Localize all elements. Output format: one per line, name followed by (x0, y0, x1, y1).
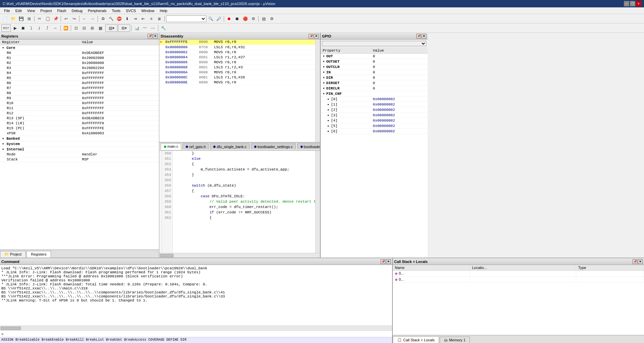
gpio-row[interactable]: ▾DIRCLR0 (321, 86, 428, 91)
tab-bootloader-settings[interactable]: ◆ bootloader_settings.c (251, 143, 296, 149)
tb-view1[interactable]: ▤ (260, 15, 267, 22)
gpio-close-btn[interactable]: ✕ (422, 34, 426, 39)
minimize-button[interactable]: ─ (624, 1, 629, 6)
reg-row[interactable]: xPSR0xA1000003 (0, 131, 159, 136)
command-hscroll-thumb[interactable] (1, 327, 21, 330)
reg-row[interactable]: R80xFFFFFFFF (0, 91, 159, 96)
disasm-row[interactable]: 0x000000020000MOVS r0,r0 (159, 50, 315, 55)
reg-row[interactable]: R00xDEADBEEF (0, 51, 159, 56)
reg-row[interactable]: R30x20002294 (0, 66, 159, 71)
callstack-tab-main[interactable]: 📋 Call Stack + Locals (393, 336, 439, 343)
gpio-row[interactable]: ▸[4]0x00000002 (321, 118, 428, 123)
menu-edit[interactable]: Edit (13, 8, 24, 13)
gpio-row[interactable]: ▾IN0 (321, 70, 428, 75)
tb2-more[interactable]: ⋯ (149, 24, 157, 32)
registers-close-btn[interactable]: ✕ (153, 34, 158, 39)
gpio-row[interactable]: ▾OUT0 (321, 54, 428, 59)
reg-row[interactable]: R50xFFFFFFFF (0, 76, 159, 81)
reg-row[interactable]: R14 (LR)0xFFFFFFF9 (0, 121, 159, 126)
tab-project[interactable]: 📁 Project (0, 251, 26, 258)
disasm-row[interactable]: 0x000000060000MOVS r0,r0 (159, 60, 315, 65)
registers-pin-btn[interactable]: 📌 (148, 34, 152, 39)
disassembly-content[interactable]: ➤0xFFFFFFFE0000MOVS r0,r00x0000000007C0L… (159, 40, 315, 142)
tb2-stop2[interactable]: ⏹ (19, 24, 27, 32)
menu-view[interactable]: View (24, 8, 38, 13)
gpio-pin-btn[interactable]: 📌 (416, 34, 421, 39)
tb2-cmd4[interactable]: ▦ (97, 24, 104, 32)
tb-indent3[interactable]: ≣ (156, 15, 163, 22)
reg-row[interactable]: R60xFFFFFFFF (0, 81, 159, 86)
tb-indent-less[interactable]: ⇤ (140, 15, 147, 22)
tb2-run2[interactable]: ⏩ (62, 24, 69, 32)
code-text[interactable]: } else { m_functions.activate = dfu_acti… (173, 151, 315, 253)
tb-build[interactable]: ⚙ (99, 15, 107, 22)
gpio-expand-icon[interactable]: ▾ (323, 54, 325, 58)
menu-project[interactable]: Project (38, 8, 54, 13)
tab-bootloader-types[interactable]: ◆ bootloader_types.h (297, 143, 320, 149)
tb-debug-run[interactable]: ⏺ (225, 15, 233, 22)
gpio-expand-icon[interactable]: ▾ (323, 65, 325, 69)
disassembly-pin-btn[interactable]: 📌 (309, 34, 313, 39)
gpio-content[interactable]: Property Value ▾OUT0▾OUTSET0▾OUTCLR0▾IN0… (321, 48, 428, 258)
callstack-row[interactable]: ◆0... (393, 277, 644, 283)
code-hscrollbar[interactable] (159, 253, 320, 258)
menu-svcs[interactable]: SVCS (123, 8, 139, 13)
gpio-expand-icon[interactable]: ▾ (323, 70, 325, 74)
reg-row[interactable]: R20x20000000 (0, 61, 159, 66)
menu-debug[interactable]: Debug (69, 8, 85, 13)
code-hscroll-thumb[interactable] (160, 254, 173, 257)
command-pin-btn[interactable]: 📌 (381, 259, 385, 264)
tb2-cmd1[interactable]: ⊡ (72, 24, 80, 32)
tab-dfu-single[interactable]: ◆ dfu_single_bank.c (210, 143, 250, 149)
gpio-row[interactable]: ▸[0]0x00000002 (321, 96, 428, 102)
gpio-row[interactable]: ▾DIRSET0 (321, 80, 428, 86)
gpio-filter-select[interactable] (322, 41, 426, 46)
tb2-cmd2[interactable]: ⊟ (80, 24, 88, 32)
tb-nav-fwd[interactable]: → (89, 15, 96, 22)
disasm-row[interactable]: 0x0000000800D1LSLS r1,r2,#3 (159, 65, 315, 70)
gpio-expand-icon2[interactable]: ▸ (327, 108, 330, 112)
command-input-field[interactable] (5, 332, 391, 336)
gpio-row[interactable]: ▾DIR0 (321, 75, 428, 80)
disasm-row[interactable]: 0x0000000C06B1LSLS r1,r6,#26 (159, 75, 315, 80)
tb2-cmd3[interactable]: ⊞ (89, 24, 96, 32)
gpio-row[interactable]: ▾OUTSET0 (321, 59, 428, 64)
tb-indent2[interactable]: ≡ (148, 15, 155, 22)
tb-save[interactable]: 💾 (17, 15, 25, 22)
disasm-row[interactable]: 0x000000046D01LSLS r1,r2,#27 (159, 55, 315, 60)
reg-row[interactable]: R90xFFFFFFFF (0, 96, 159, 101)
menu-flash[interactable]: Flash (55, 8, 69, 13)
tb-rebuild[interactable]: 🔨 (107, 15, 115, 22)
callstack-pin-btn[interactable]: 📌 (633, 259, 637, 264)
tb2-wave[interactable]: 〰 (141, 24, 149, 32)
reg-row[interactable]: StackMSP (0, 157, 159, 162)
tb-view2[interactable]: ⚙ (268, 15, 275, 22)
reg-row[interactable]: ▾ Banked (0, 136, 159, 141)
tb-new[interactable]: 📄 (1, 15, 9, 22)
gpio-row[interactable]: ▸[5]0x00000002 (321, 123, 428, 129)
disassembly-scrollbar[interactable] (315, 40, 320, 142)
callstack-close-btn[interactable]: ✕ (638, 259, 643, 264)
reg-row[interactable]: ModeHandler (0, 152, 159, 157)
tb2-rst[interactable]: RST (1, 24, 11, 32)
tab-nrf-gpio[interactable]: ◆ nrf_gpio.h (182, 143, 209, 149)
tb2-run[interactable]: ▶ (11, 24, 19, 32)
gpio-expand-icon[interactable]: ▾ (323, 92, 325, 96)
gpio-row[interactable]: ▸[1]0x00000002 (321, 102, 428, 107)
menu-window[interactable]: Window (139, 8, 157, 13)
tb-debug-settings[interactable]: ⚙ (250, 15, 257, 22)
disasm-row[interactable]: 0x0000000007C0LSLS r0,r0,#31 (159, 45, 315, 50)
gpio-expand-icon2[interactable]: ▸ (327, 124, 330, 128)
gpio-row[interactable]: ▸[2]0x00000002 (321, 107, 428, 113)
expand-icon[interactable]: ▾ (2, 147, 4, 151)
gpio-expand-icon[interactable]: ▾ (323, 81, 325, 85)
reg-row[interactable]: ▾ System (0, 141, 159, 147)
tb2-over[interactable]: ⤸ (36, 24, 43, 32)
gpio-expand-icon2[interactable]: ▸ (327, 129, 330, 133)
reg-row[interactable]: R40xFFFFFFFF (0, 71, 159, 76)
gpio-expand-icon[interactable]: ▾ (323, 76, 325, 80)
gpio-expand-icon2[interactable]: ▸ (327, 113, 330, 117)
memory-tab[interactable]: 🗂 Memory 1 (440, 337, 470, 343)
tb2-tool1[interactable]: 🔧 (160, 24, 167, 32)
tb-indent-more[interactable]: ⇥ (131, 15, 139, 22)
